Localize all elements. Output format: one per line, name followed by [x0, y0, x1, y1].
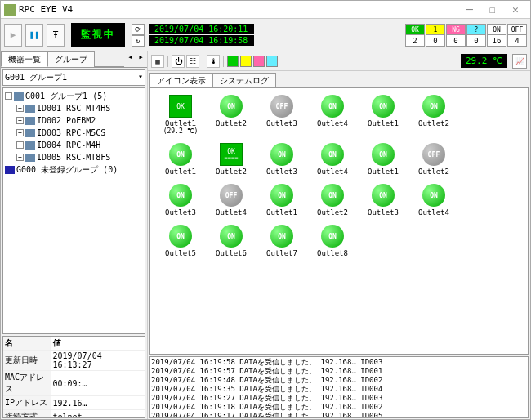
log-line: 2019/07/04 16:19:35 DATAを受信しました。 192.168…: [151, 385, 527, 394]
outlet-item[interactable]: OFFOutlet4: [211, 184, 252, 217]
counter-1: 10: [426, 24, 445, 47]
detail-row: 更新日時2019/07/04 16:13:27: [3, 351, 145, 371]
counter-?: ?0: [466, 24, 486, 47]
outlet-item[interactable]: ONOutlet3: [363, 184, 404, 217]
play-button[interactable]: ▶: [4, 24, 22, 47]
tools-button[interactable]: Ŧ: [47, 24, 65, 47]
tree-item[interactable]: +ID005 RSC-MT8FS: [5, 151, 143, 163]
reload-button-1[interactable]: ⟳: [132, 24, 145, 35]
timestamp-1: 2019/07/04 16:20:11: [149, 24, 254, 34]
log-line: 2019/07/04 16:19:27 DATAを受信しました。 192.168…: [151, 394, 527, 403]
view-icon-1[interactable]: ▦: [151, 55, 164, 68]
detail-row: MACアドレス00:09:…: [3, 371, 145, 396]
outlet-item[interactable]: ONOutlet2: [211, 95, 252, 135]
graph-button[interactable]: 📈: [512, 54, 527, 69]
outlet-item[interactable]: ONOutlet3: [261, 143, 302, 176]
log-line: 2019/07/04 16:19:48 DATAを受信しました。 192.168…: [151, 376, 527, 385]
outlet-item[interactable]: ONOutlet1: [363, 143, 404, 176]
outlet-item[interactable]: ONOutlet5: [160, 225, 201, 257]
right-panel: ▦ ⏻ ☷ 🌡 29.2 ℃ 📈 アイコン表示 システムログ OKOutlet1…: [148, 51, 530, 419]
log-line: 2019/07/04 16:19:18 DATAを受信しました。 192.168…: [151, 403, 527, 412]
timestamp-2: 2019/07/04 16:19:58: [149, 35, 254, 46]
app-icon: [4, 4, 16, 16]
main-toolbar: ▶ ❚❚ Ŧ 監視中 ⟳ ↻ 2019/07/04 16:20:11 2019/…: [1, 19, 530, 51]
outlet-item[interactable]: ONOutlet8: [312, 225, 353, 257]
left-tabs-scroll[interactable]: ◂ ▸: [124, 51, 147, 67]
outlet-item[interactable]: ONOutlet2: [413, 95, 454, 135]
outlet-item[interactable]: OKOutlet1(29.2 ℃): [160, 95, 201, 135]
color-swatch[interactable]: [253, 56, 265, 67]
tab-icon-view[interactable]: アイコン表示: [149, 73, 213, 87]
outlet-item[interactable]: ONOutlet4: [413, 184, 454, 217]
outlet-item[interactable]: OFFOutlet2: [413, 143, 454, 176]
detail-row: IPアドレス192.16…: [3, 396, 145, 410]
tab-device-list[interactable]: 機器一覧: [1, 51, 48, 67]
counter-ng: NG0: [446, 24, 466, 47]
outlet-grid: OKOutlet1(29.2 ℃)ONOutlet2OFFOutlet3ONOu…: [149, 87, 529, 355]
chevron-down-icon: ▾: [138, 72, 143, 83]
counter-off: OFF4: [507, 24, 527, 47]
temperature-display: 29.2 ℃: [461, 54, 507, 68]
log-line: 2019/07/04 16:19:17 DATAを受信しました。 192.168…: [151, 412, 527, 418]
tree-other-group[interactable]: G000 未登録グループ (0): [5, 163, 143, 176]
outlet-item[interactable]: ONOutlet3: [160, 184, 201, 217]
outlet-item[interactable]: ONOutlet2: [312, 184, 353, 217]
config-icon[interactable]: ☷: [186, 55, 199, 68]
status-counters: OK210NG0?0ON16OFF4: [405, 24, 527, 47]
color-swatch[interactable]: [240, 56, 252, 67]
left-panel: 機器一覧 グループ ◂ ▸ G001 グループ1▾ − G001 グループ1 (…: [1, 51, 148, 419]
col-value[interactable]: 値: [51, 337, 145, 351]
tree-item[interactable]: +ID004 RPC-M4H: [5, 139, 143, 151]
outlet-item[interactable]: OFFOutlet3: [261, 95, 302, 135]
detail-row: 接続方式telnet: [3, 410, 145, 418]
tree-root[interactable]: − G001 グループ1 (5): [5, 90, 143, 102]
counter-ok: OK2: [405, 24, 425, 47]
log-line: 2019/07/04 16:19:58 DATAを受信しました。 192.168…: [151, 358, 527, 367]
counter-on: ON16: [487, 24, 506, 47]
outlet-item[interactable]: ONOutlet1: [363, 95, 404, 135]
group-dropdown[interactable]: G001 グループ1▾: [2, 69, 145, 86]
tab-system-log[interactable]: システムログ: [212, 73, 276, 87]
thermometer-icon[interactable]: 🌡: [207, 55, 220, 68]
pause-button[interactable]: ❚❚: [25, 24, 43, 47]
device-details: 名 値 更新日時2019/07/04 16:13:27MACアドレス00:09:…: [2, 336, 145, 418]
right-toolbar: ▦ ⏻ ☷ 🌡 29.2 ℃ 📈: [148, 51, 530, 71]
window-title: RPC EYE V4: [19, 4, 73, 15]
tab-group[interactable]: グループ: [47, 51, 95, 67]
tree-item[interactable]: +ID001 RSC-MT4HS: [5, 102, 143, 114]
outlet-item[interactable]: ONOutlet6: [211, 225, 252, 257]
reload-button-2[interactable]: ↻: [132, 35, 145, 47]
close-button[interactable]: ✕: [504, 2, 527, 18]
color-swatch[interactable]: [227, 56, 239, 67]
outlet-item[interactable]: ONOutlet4: [312, 143, 353, 176]
col-name[interactable]: 名: [3, 337, 51, 351]
tree-item[interactable]: +ID003 RPC-M5CS: [5, 127, 143, 139]
device-tree[interactable]: − G001 グループ1 (5) +ID001 RSC-MT4HS+ID002 …: [2, 87, 145, 334]
maximize-button[interactable]: ☐: [481, 2, 504, 18]
outlet-item[interactable]: ONOutlet4: [312, 95, 353, 135]
tree-item[interactable]: +ID002 PoEBM2: [5, 114, 143, 127]
titlebar: RPC EYE V4 ─ ☐ ✕: [1, 1, 530, 19]
log-panel[interactable]: 2019/07/04 16:19:58 DATAを受信しました。 192.168…: [149, 356, 529, 418]
outlet-item[interactable]: ONOutlet1: [261, 184, 302, 217]
monitoring-status: 監視中: [71, 23, 125, 47]
outlet-item[interactable]: ONOutlet7: [261, 225, 302, 257]
color-swatch[interactable]: [266, 56, 278, 67]
outlet-item[interactable]: OK====Outlet2: [211, 143, 252, 176]
outlet-item[interactable]: ONOutlet1: [160, 143, 201, 176]
plug-icon[interactable]: ⏻: [172, 55, 185, 68]
log-line: 2019/07/04 16:19:57 DATAを受信しました。 192.168…: [151, 367, 527, 376]
minimize-button[interactable]: ─: [458, 2, 481, 18]
